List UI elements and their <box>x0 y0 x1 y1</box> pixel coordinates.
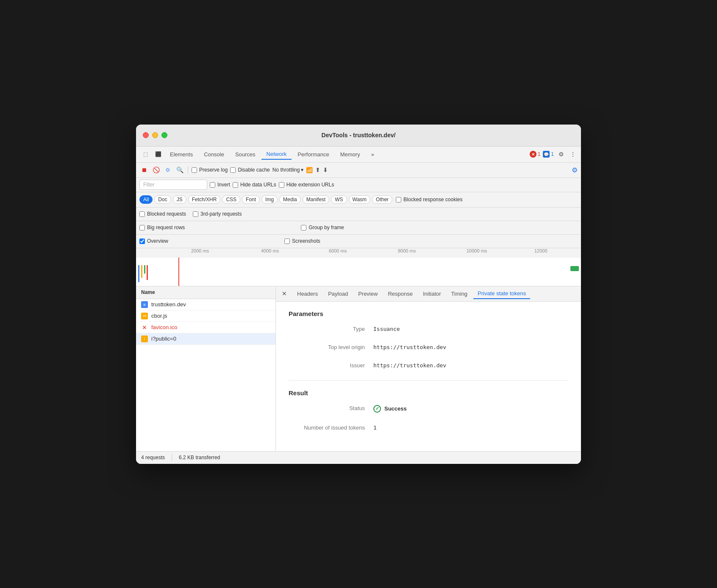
timeline-label-2000: 2000 ms <box>191 248 209 253</box>
detail-panel: ✕ Headers Payload Preview Response Initi… <box>276 286 581 451</box>
upload-icon[interactable]: ⬆ <box>315 166 320 173</box>
error-circle-icon: ✕ <box>530 151 536 158</box>
group-by-frame-label[interactable]: Group by frame <box>301 225 344 230</box>
clear-btn[interactable]: 🚫 <box>151 165 161 175</box>
big-rows-checkbox[interactable] <box>139 225 145 230</box>
tab-performance[interactable]: Performance <box>292 150 334 159</box>
issuer-value: https://trusttoken.dev <box>373 362 446 369</box>
invert-label[interactable]: Invert <box>210 182 230 188</box>
top-level-origin-value: https://trusttoken.dev <box>373 344 446 350</box>
throttle-select[interactable]: No throttling ▾ <box>272 167 304 173</box>
preserve-log-label[interactable]: Preserve log <box>192 167 228 173</box>
big-rows-label[interactable]: Big request rows <box>139 225 185 230</box>
status-label: Status <box>289 405 365 413</box>
timeline-green-indicator <box>570 266 579 271</box>
invert-checkbox[interactable] <box>210 182 215 188</box>
tab-preview[interactable]: Preview <box>354 289 382 299</box>
tokens-value: 1 <box>373 424 377 431</box>
group-by-frame-checkbox[interactable] <box>301 225 306 230</box>
filter-css-btn[interactable]: CSS <box>222 195 240 204</box>
tab-more[interactable]: » <box>366 150 379 159</box>
request-item-trusttoken[interactable]: ≡ trusttoken.dev <box>136 299 275 311</box>
filter-types-bar: All Doc JS Fetch/XHR CSS Font Img Media … <box>136 192 581 208</box>
success-icon: ✓ <box>373 405 381 413</box>
tab-timing[interactable]: Timing <box>447 289 472 299</box>
top-level-origin-row: Top level origin https://trusttoken.dev <box>289 344 568 350</box>
blocked-cookies-checkbox[interactable] <box>396 197 401 202</box>
filter-js-btn[interactable]: JS <box>173 195 186 204</box>
req-name-ipublic: i?public=0 <box>151 336 176 342</box>
settings-gear-icon[interactable]: ⚙ <box>556 150 566 159</box>
filter-all-btn[interactable]: All <box>139 195 153 204</box>
filter-ws-btn[interactable]: WS <box>331 195 347 204</box>
tab-headers[interactable]: Headers <box>293 289 322 299</box>
hide-data-urls-checkbox[interactable] <box>233 182 238 188</box>
search-btn[interactable]: 🔍 <box>175 165 184 175</box>
parameters-section-title: Parameters <box>289 310 568 317</box>
inspect-icon-btn[interactable]: ⬚ <box>139 148 151 160</box>
tab-sources[interactable]: Sources <box>230 150 261 159</box>
third-party-label[interactable]: 3rd-party requests <box>193 211 242 217</box>
tab-initiator[interactable]: Initiator <box>419 289 445 299</box>
third-party-checkbox[interactable] <box>193 211 198 217</box>
tab-elements[interactable]: Elements <box>165 150 198 159</box>
blocked-requests-label[interactable]: Blocked requests <box>139 211 186 217</box>
tab-response[interactable]: Response <box>384 289 417 299</box>
section-divider <box>289 380 568 381</box>
disable-cache-label[interactable]: Disable cache <box>230 167 270 173</box>
tab-payload[interactable]: Payload <box>324 289 352 299</box>
hide-extension-urls-label[interactable]: Hide extension URLs <box>279 182 334 188</box>
timeline-content[interactable] <box>136 258 581 286</box>
more-options-icon[interactable]: ⋮ <box>568 150 578 159</box>
hide-data-urls-label[interactable]: Hide data URLs <box>233 182 276 188</box>
screenshots-checkbox[interactable] <box>284 239 290 244</box>
options-bar-1: Blocked requests 3rd-party requests <box>136 208 581 221</box>
top-level-origin-label: Top level origin <box>289 344 365 350</box>
status-divider <box>172 454 172 461</box>
timeline-label-8000: 8000 ms <box>398 248 416 253</box>
filter-fetch-btn[interactable]: Fetch/XHR <box>188 195 221 204</box>
timeline-bar-blue <box>138 265 139 282</box>
screenshots-label[interactable]: Screenshots <box>284 238 320 244</box>
tab-network[interactable]: Network <box>261 149 292 160</box>
req-icon-js: JS <box>141 313 148 319</box>
minimize-button[interactable] <box>152 132 158 138</box>
filter-media-btn[interactable]: Media <box>279 195 301 204</box>
preserve-log-checkbox[interactable] <box>192 167 197 173</box>
blocked-cookies-label[interactable]: Blocked response cookies <box>396 197 462 202</box>
filter-manifest-btn[interactable]: Manifest <box>303 195 329 204</box>
tab-private-state-tokens[interactable]: Private state tokens <box>473 288 530 299</box>
request-item-favicon[interactable]: ✕ favicon.ico <box>136 322 275 333</box>
filter-other-btn[interactable]: Other <box>372 195 392 204</box>
overview-label[interactable]: Overview <box>139 238 168 244</box>
network-settings-icon[interactable]: ⚙ <box>572 166 578 174</box>
disable-cache-checkbox[interactable] <box>230 167 236 173</box>
download-icon[interactable]: ⬇ <box>323 166 328 173</box>
error-count: 1 <box>538 151 541 157</box>
filter-wasm-btn[interactable]: Wasm <box>349 195 371 204</box>
stop-recording-btn[interactable]: ⏹ <box>139 165 149 175</box>
tab-memory[interactable]: Memory <box>335 150 365 159</box>
maximize-button[interactable] <box>161 132 167 138</box>
throttle-chevron-icon: ▾ <box>301 167 303 173</box>
detail-close-btn[interactable]: ✕ <box>279 288 289 299</box>
filter-font-btn[interactable]: Font <box>242 195 260 204</box>
device-icon-btn[interactable]: ⬛ <box>152 148 164 160</box>
close-button[interactable] <box>143 132 149 138</box>
request-item-cbor[interactable]: JS cbor.js <box>136 311 275 322</box>
filter-doc-btn[interactable]: Doc <box>154 195 171 204</box>
overview-checkbox[interactable] <box>139 239 145 244</box>
filter-icon-btn[interactable]: ⛭ <box>163 165 172 175</box>
filter-img-btn[interactable]: Img <box>261 195 278 204</box>
filter-input[interactable] <box>139 180 207 190</box>
error-badge[interactable]: ✕ 1 <box>530 151 541 158</box>
request-item-ipublic[interactable]: ! i?public=0 <box>136 333 275 345</box>
hide-extension-urls-checkbox[interactable] <box>279 182 284 188</box>
tab-console[interactable]: Console <box>199 150 229 159</box>
timeline-mini-requests <box>138 265 148 282</box>
blocked-requests-checkbox[interactable] <box>139 211 145 217</box>
timeline-bar-yellow <box>141 265 142 278</box>
timeline-label-6000: 6000 ms <box>329 248 347 253</box>
options-bar-3: Overview Screenshots <box>136 235 581 248</box>
warning-badge[interactable]: 💬 1 <box>543 151 554 158</box>
